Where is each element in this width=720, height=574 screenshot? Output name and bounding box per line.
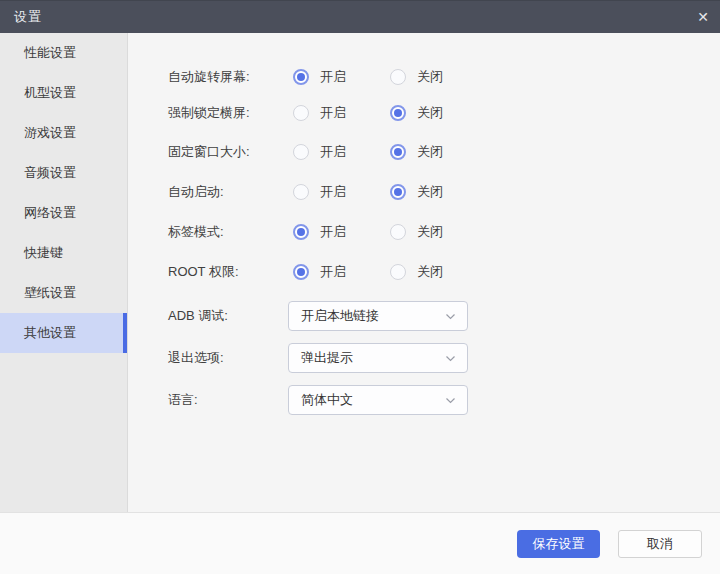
radio-icon[interactable] (293, 224, 309, 240)
radio-option-on[interactable]: 开启 (293, 183, 390, 201)
radio-group: 开启 关闭 (293, 183, 443, 201)
sidebar: 性能设置 机型设置 游戏设置 音频设置 网络设置 快捷键 壁纸设置 其他设置 (0, 33, 128, 512)
radio-label: 关闭 (417, 143, 443, 161)
radio-option-on[interactable]: 开启 (293, 104, 390, 122)
radio-label: 开启 (320, 263, 346, 281)
setting-label: 语言: (168, 391, 288, 409)
radio-option-on[interactable]: 开启 (293, 68, 390, 86)
radio-icon[interactable] (293, 144, 309, 160)
setting-label: 自动旋转屏幕: (168, 68, 288, 86)
title-bar: 设置 ✕ (0, 0, 720, 33)
language-dropdown[interactable]: 简体中文 (288, 385, 468, 415)
radio-option-off[interactable]: 关闭 (390, 263, 443, 281)
radio-icon[interactable] (390, 69, 406, 85)
setting-label: 强制锁定横屏: (168, 104, 288, 122)
setting-label: ROOT 权限: (168, 263, 288, 281)
sidebar-item-label: 其他设置 (24, 324, 76, 342)
radio-label: 开启 (320, 104, 346, 122)
radio-icon[interactable] (293, 105, 309, 121)
radio-icon[interactable] (390, 105, 406, 121)
sidebar-item-label: 游戏设置 (24, 124, 76, 142)
radio-option-off[interactable]: 关闭 (390, 223, 443, 241)
radio-label: 开启 (320, 68, 346, 86)
save-settings-button[interactable]: 保存设置 (517, 530, 600, 558)
radio-label: 开启 (320, 223, 346, 241)
setting-row-fixed-window-size: 固定窗口大小: 开启 关闭 (168, 137, 720, 167)
radio-option-off[interactable]: 关闭 (390, 104, 443, 122)
exit-option-dropdown[interactable]: 弹出提示 (288, 343, 468, 373)
sidebar-item-label: 机型设置 (24, 84, 76, 102)
sidebar-item-other[interactable]: 其他设置 (0, 313, 127, 353)
setting-label: 自动启动: (168, 183, 288, 201)
setting-row-force-landscape: 强制锁定横屏: 开启 关闭 (168, 98, 720, 128)
sidebar-item-label: 性能设置 (24, 44, 76, 62)
radio-icon[interactable] (390, 184, 406, 200)
radio-option-on[interactable]: 开启 (293, 223, 390, 241)
setting-row-auto-start: 自动启动: 开启 关闭 (168, 177, 720, 207)
radio-group: 开启 关闭 (293, 263, 443, 281)
window-title: 设置 (14, 8, 42, 26)
dropdown-value: 弹出提示 (301, 349, 444, 367)
chevron-down-icon (444, 310, 457, 323)
app-body: 性能设置 机型设置 游戏设置 音频设置 网络设置 快捷键 壁纸设置 其他设置 自… (0, 33, 720, 512)
radio-label: 关闭 (417, 68, 443, 86)
sidebar-item-game[interactable]: 游戏设置 (0, 113, 127, 153)
setting-row-adb-debug: ADB 调试: 开启本地链接 (168, 301, 720, 331)
radio-group: 开启 关闭 (293, 68, 443, 86)
radio-icon[interactable] (293, 264, 309, 280)
sidebar-item-device-model[interactable]: 机型设置 (0, 73, 127, 113)
close-icon[interactable]: ✕ (686, 1, 720, 34)
dropdown-value: 开启本地链接 (301, 307, 444, 325)
sidebar-item-label: 音频设置 (24, 164, 76, 182)
settings-panel: 自动旋转屏幕: 开启 关闭 强制锁定横屏: 开启 关闭 固定窗口大小: 开启 关… (128, 33, 720, 512)
setting-label: 固定窗口大小: (168, 143, 288, 161)
setting-row-auto-rotate: 自动旋转屏幕: 开启 关闭 (168, 62, 720, 92)
radio-label: 关闭 (417, 263, 443, 281)
selected-accent-bar (123, 313, 127, 353)
setting-row-language: 语言: 简体中文 (168, 385, 720, 415)
cancel-button[interactable]: 取消 (618, 530, 702, 558)
setting-row-tab-mode: 标签模式: 开启 关闭 (168, 217, 720, 247)
radio-option-off[interactable]: 关闭 (390, 143, 443, 161)
radio-label: 开启 (320, 183, 346, 201)
sidebar-item-label: 快捷键 (24, 244, 63, 262)
sidebar-item-shortcuts[interactable]: 快捷键 (0, 233, 127, 273)
setting-label: 退出选项: (168, 349, 288, 367)
sidebar-item-label: 网络设置 (24, 204, 76, 222)
radio-option-off[interactable]: 关闭 (390, 183, 443, 201)
setting-label: ADB 调试: (168, 307, 288, 325)
radio-label: 关闭 (417, 183, 443, 201)
radio-icon[interactable] (390, 144, 406, 160)
sidebar-item-network[interactable]: 网络设置 (0, 193, 127, 233)
radio-option-on[interactable]: 开启 (293, 143, 390, 161)
radio-icon[interactable] (293, 69, 309, 85)
radio-option-on[interactable]: 开启 (293, 263, 390, 281)
radio-label: 开启 (320, 143, 346, 161)
radio-icon[interactable] (390, 224, 406, 240)
radio-label: 关闭 (417, 104, 443, 122)
chevron-down-icon (444, 352, 457, 365)
chevron-down-icon (444, 394, 457, 407)
setting-row-exit-option: 退出选项: 弹出提示 (168, 343, 720, 373)
radio-group: 开启 关闭 (293, 104, 443, 122)
radio-group: 开启 关闭 (293, 223, 443, 241)
radio-icon[interactable] (293, 184, 309, 200)
setting-label: 标签模式: (168, 223, 288, 241)
sidebar-item-wallpaper[interactable]: 壁纸设置 (0, 273, 127, 313)
sidebar-item-label: 壁纸设置 (24, 284, 76, 302)
sidebar-item-performance[interactable]: 性能设置 (0, 33, 127, 73)
sidebar-item-audio[interactable]: 音频设置 (0, 153, 127, 193)
dropdown-value: 简体中文 (301, 391, 444, 409)
radio-group: 开启 关闭 (293, 143, 443, 161)
footer-bar: 保存设置 取消 (0, 512, 720, 574)
settings-window: 设置 ✕ 性能设置 机型设置 游戏设置 音频设置 网络设置 快捷键 壁纸设置 其… (0, 0, 720, 574)
radio-label: 关闭 (417, 223, 443, 241)
adb-debug-dropdown[interactable]: 开启本地链接 (288, 301, 468, 331)
radio-option-off[interactable]: 关闭 (390, 68, 443, 86)
radio-icon[interactable] (390, 264, 406, 280)
setting-row-root-permission: ROOT 权限: 开启 关闭 (168, 257, 720, 287)
